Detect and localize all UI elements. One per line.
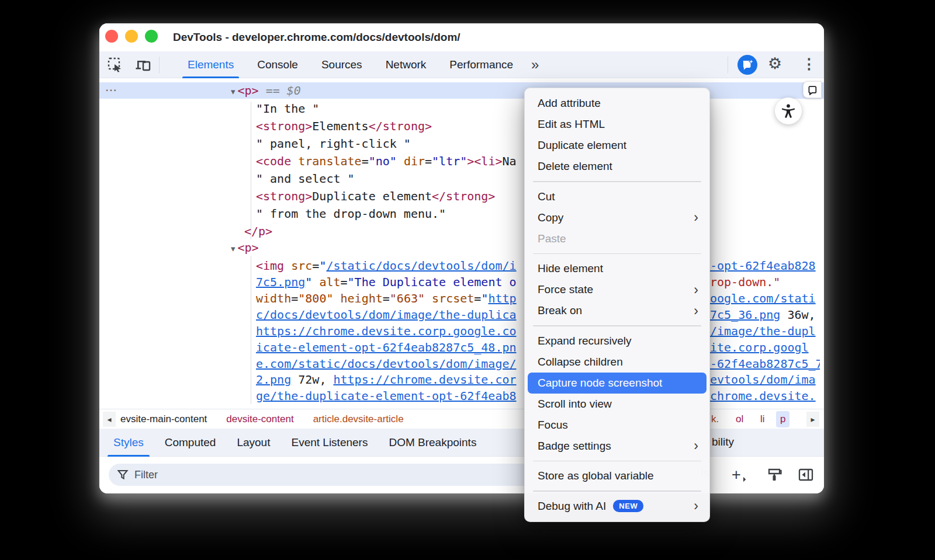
menu-item-paste[interactable]: Paste <box>528 228 707 249</box>
dom-tree-line[interactable]: " from the drop-down menu." <box>256 206 446 222</box>
breadcrumb-scroll-right[interactable]: ▸ <box>806 412 819 427</box>
menu-item-expand-recursively[interactable]: Expand recursively <box>528 331 707 352</box>
menu-item-edit-as-html[interactable]: Edit as HTML <box>528 114 707 135</box>
menu-item-label: Delete element <box>538 160 612 173</box>
tab-network[interactable]: Network <box>375 51 438 78</box>
device-toolbar-icon[interactable] <box>134 57 152 73</box>
code-token <box>397 154 404 168</box>
menu-item-focus[interactable]: Focus <box>528 415 707 436</box>
menu-item-force-state[interactable]: Force state› <box>528 279 707 300</box>
dom-tree-line[interactable]: " panel, right-click " <box>256 135 411 152</box>
new-style-rule-icon[interactable]: + <box>732 466 741 484</box>
dom-tree-line[interactable]: 7c5.png" alt="The Duplicate element o <box>256 274 517 290</box>
menu-item-cut[interactable]: Cut <box>528 186 707 207</box>
window-title: DevTools - developer.chrome.com/docs/dev… <box>173 31 460 44</box>
dom-tree-line[interactable]: ge/the-duplicate-element-opt-62f4eab8 <box>256 388 517 404</box>
close-window-button[interactable] <box>105 30 118 43</box>
breadcrumb-scroll-left[interactable]: ◂ <box>103 412 116 427</box>
code-token: == <box>259 84 287 98</box>
zoom-window-button[interactable] <box>145 30 158 43</box>
code-token: = <box>474 291 481 305</box>
dom-tree-line[interactable]: <code translate="no" dir="ltr"><li>Na <box>256 153 517 169</box>
menu-item-label: Store as global variable <box>538 469 654 482</box>
menu-item-collapse-children[interactable]: Collapse children <box>528 352 707 373</box>
menu-item-copy[interactable]: Copy› <box>528 207 707 228</box>
menu-item-store-as-global-variable[interactable]: Store as global variable <box>528 465 707 486</box>
menu-item-hide-element[interactable]: Hide element <box>528 258 707 279</box>
menu-item-add-attribute[interactable]: Add attribute <box>528 93 707 114</box>
breadcrumb-item[interactable]: ol <box>732 411 747 427</box>
menu-item-badge-settings[interactable]: Badge settings› <box>528 436 707 457</box>
dom-tree-line[interactable]: icate-element-opt-62f4eab8287c5_48.pn <box>256 339 517 356</box>
dom-tree-line[interactable]: <strong>Duplicate element</strong> <box>256 188 495 204</box>
rendering-emulation-brush-icon[interactable] <box>767 466 782 484</box>
code-token: $0 <box>287 84 301 98</box>
tab-elements[interactable]: Elements <box>176 51 245 78</box>
tab-performance[interactable]: Performance <box>438 51 524 78</box>
tab-layout[interactable]: Layout <box>226 429 280 457</box>
tab-accessibility-clipped[interactable]: bility <box>712 436 734 448</box>
selected-node-row[interactable] <box>99 82 824 99</box>
dom-tree-line[interactable]: </p> <box>244 223 272 239</box>
breadcrumb-item[interactable]: evsite-main-content <box>117 412 210 426</box>
kebab-menu-icon[interactable]: ⋮ <box>802 55 816 72</box>
menu-item-label: Collapse children <box>538 356 623 368</box>
breadcrumb-item[interactable]: devsite-content <box>223 412 297 426</box>
element-context-menu: Add attributeEdit as HTMLDuplicate eleme… <box>524 88 710 522</box>
toolbar-divider <box>159 57 160 73</box>
menu-item-capture-node-screenshot[interactable]: Capture node screenshot <box>528 373 707 394</box>
tab-dom-breakpoints[interactable]: DOM Breakpoints <box>378 429 487 457</box>
menu-item-break-on[interactable]: Break on› <box>528 300 707 321</box>
more-tabs-icon[interactable]: » <box>525 51 545 78</box>
minimize-window-button[interactable] <box>125 30 138 43</box>
toggle-sidebar-icon[interactable] <box>798 466 813 484</box>
code-token: 2.png <box>256 373 291 387</box>
code-token: <code <box>256 154 298 168</box>
menu-item-duplicate-element[interactable]: Duplicate element <box>528 135 707 156</box>
dom-tree-line[interactable]: c/docs/devtools/dom/image/the-duplica <box>256 307 517 323</box>
dom-tree-line[interactable]: "In the " <box>256 100 319 117</box>
menu-item-delete-element[interactable]: Delete element <box>528 156 707 177</box>
dom-tree-line[interactable]: <img src="/static/docs/devtools/dom/i <box>256 258 517 274</box>
breadcrumb-item[interactable]: li <box>756 411 769 427</box>
inspect-element-icon[interactable] <box>106 57 124 73</box>
code-token: <img <box>256 259 291 273</box>
dom-tree-line-fragment: rop-down." <box>710 274 820 290</box>
dom-tree-line[interactable]: " and select " <box>256 171 355 187</box>
breadcrumb-item[interactable]: p <box>776 411 789 427</box>
dom-tree-line-fragment: oogle.com/stati <box>710 290 820 307</box>
breadcrumb-bar: ◂ evsite-main-contentdevsite-contentarti… <box>99 409 824 429</box>
tab-event-listeners[interactable]: Event Listeners <box>280 429 378 457</box>
settings-gear-icon[interactable]: ⚙ <box>768 54 782 73</box>
breadcrumb-item[interactable]: article.devsite-article <box>310 412 407 426</box>
ai-assistance-icon[interactable] <box>737 55 757 75</box>
code-token <box>425 291 432 305</box>
tab-styles[interactable]: Styles <box>103 429 154 457</box>
menu-item-label: Copy <box>538 211 563 224</box>
menu-separator <box>533 253 701 255</box>
dom-tree-line[interactable]: 2.png 72w, https://chrome.devsite.cor <box>256 371 517 388</box>
tab-sources[interactable]: Sources <box>310 51 373 78</box>
dom-tree-line[interactable]: ▾<p> <box>231 239 259 256</box>
code-token: </strong> <box>432 189 495 203</box>
code-token: width <box>256 291 291 305</box>
dom-tree-line[interactable]: ▾<p> == $0 <box>231 82 301 99</box>
tab-console[interactable]: Console <box>246 51 309 78</box>
accessibility-person-icon[interactable] <box>775 98 802 124</box>
menu-item-debug-with-ai[interactable]: Debug with AINEW› <box>528 496 707 517</box>
menu-item-label: Paste <box>538 232 566 245</box>
tab-computed[interactable]: Computed <box>154 429 227 457</box>
styles-pane-toolbar: ls + <box>99 457 824 493</box>
menu-item-scroll-into-view[interactable]: Scroll into view <box>528 394 707 415</box>
menu-item-label: Hide element <box>538 262 603 275</box>
menu-separator <box>533 491 701 492</box>
dom-tree-line[interactable]: https://chrome.devsite.corp.google.co <box>256 323 517 339</box>
capture-node-popout-icon[interactable] <box>803 81 822 98</box>
dom-tree-line[interactable]: width="800" height="663" srcset="http <box>256 290 517 307</box>
dom-tree-line[interactable]: e.com/static/docs/devtools/dom/image/ <box>256 356 517 372</box>
code-token: ite.corp.googl <box>710 340 809 354</box>
dom-tree-line[interactable]: <strong>Elements</strong> <box>256 118 432 134</box>
row-overflow-dots[interactable]: ⋯ <box>105 82 117 99</box>
code-token: = <box>362 154 369 168</box>
code-token: 7c5_36.png <box>710 308 780 322</box>
